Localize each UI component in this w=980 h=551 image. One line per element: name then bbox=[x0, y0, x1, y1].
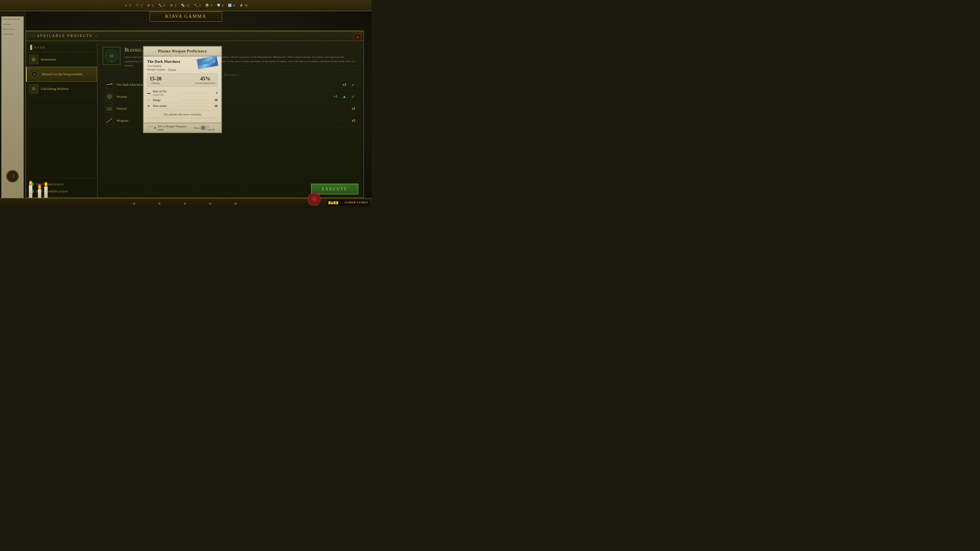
reward-security-arrow: ▲ bbox=[342, 94, 346, 99]
left-decoration: it can's That on the work /// the work T… bbox=[0, 11, 25, 208]
cargo-icon: ⚙ bbox=[154, 126, 156, 130]
press-button-icon: 🎮 bbox=[200, 125, 206, 130]
tooltip-title: Plasma Weapon Proficiency bbox=[147, 49, 218, 53]
reward-row-security: 🛡 Security --- +1 ▲ ✓ bbox=[103, 91, 358, 103]
svg-rect-32 bbox=[335, 201, 336, 204]
damage-label: Damage bbox=[150, 82, 162, 84]
weapons-icon bbox=[106, 117, 113, 124]
tooltip-weapon-tag: Plasma bbox=[168, 68, 177, 71]
sidebar: RANK 🏛 Restoration ☠ Blessed Are the Wea… bbox=[26, 43, 97, 197]
fire-rate-name: Rate of fire (recoil 30) bbox=[153, 89, 180, 96]
close-button[interactable]: ✕ bbox=[354, 33, 361, 41]
range-value: 10 bbox=[210, 98, 218, 102]
candle-2-body bbox=[38, 189, 41, 198]
wax-seal: ☠ bbox=[308, 193, 321, 206]
stat-armor-pen: 45% Armour penetration bbox=[195, 76, 215, 84]
reward-security-dashes: --- bbox=[319, 95, 322, 98]
project-header: ☠ ⚙ Blessed Are the Weaponsmiths Great t… bbox=[97, 43, 363, 70]
stat-row-fire-rate: ▬ Rate of fire (recoil 30) 1 bbox=[147, 89, 218, 97]
ammo-dots bbox=[181, 106, 208, 106]
stat-row-ammo: ⊕ Max ammo 16 bbox=[147, 103, 218, 109]
resource-bar: ⚔ 2 🛡 2 ⚙ 1 🔧 0 ⚙ 2 🔩 13 🔨 2 📦 0 💎 0 🔢 0… bbox=[0, 0, 372, 11]
reward-row-weapons: Weapons --- x3 bbox=[103, 115, 358, 127]
armor-pen-value: 45% bbox=[195, 76, 215, 82]
deco-left: -/// bbox=[31, 34, 35, 38]
number-icon: 🔢 bbox=[228, 3, 232, 8]
wrench-icon: 🔧 bbox=[158, 3, 162, 8]
gear-icon: ⚙ bbox=[146, 3, 151, 8]
execute-button[interactable]: EXECUTE bbox=[311, 184, 358, 194]
fire-rate-sub: (recoil 30) bbox=[153, 94, 180, 96]
bottom-ornament: ◆ · · · ◆ · · · ◆ · · · ◆ · · · ◆ bbox=[133, 201, 239, 206]
project-main-icon: ☠ ⚙ bbox=[103, 47, 121, 65]
tooltip-weapon-info: The Dark Marchesa Two-handed Ranged weap… bbox=[147, 59, 180, 71]
range-icon: ↔ bbox=[147, 98, 151, 102]
tooltip-body: The Dark Marchesa Two-handed Ranged weap… bbox=[144, 56, 221, 123]
fire-rate-dots bbox=[181, 93, 208, 93]
svg-rect-19 bbox=[107, 122, 108, 123]
stat-damage: 15-20 Damage bbox=[150, 76, 162, 84]
holiness-name: Calculating Holiness bbox=[41, 87, 68, 91]
reward-weapons-dashes: --- bbox=[337, 119, 340, 122]
candle-1-body bbox=[29, 185, 32, 198]
sidebar-toggles: Show finished projects Show unavailable … bbox=[26, 178, 97, 197]
restoration-icon: 🏛 bbox=[29, 55, 38, 64]
reward-security-qty: +1 bbox=[327, 95, 337, 99]
swords-icon: ⚔ bbox=[124, 3, 128, 8]
rank-indicator bbox=[30, 45, 32, 50]
resource-gear2: ⚙ 2 bbox=[169, 3, 177, 8]
tooltip-stats: 15-20 Damage 45% Armour penetration bbox=[147, 73, 218, 87]
project-item-restoration[interactable]: 🏛 Restoration bbox=[26, 52, 97, 67]
damage-value: 15-20 bbox=[150, 76, 162, 82]
project-item-holiness[interactable]: ⚙ Calculating Holiness bbox=[26, 82, 97, 96]
resource-number: 🔢 0 bbox=[228, 3, 235, 8]
tooltip-weapon-type: Two-handed bbox=[147, 64, 180, 67]
bottom-bar: ◆ · · · ◆ · · · ◆ · · · ◆ · · · ◆ ☠ bbox=[0, 198, 372, 208]
range-name: Range bbox=[153, 98, 180, 102]
tooltip-panel: Plasma Weapon Proficiency The Dark March… bbox=[143, 46, 222, 133]
press-to-expand: Press 🎮 to expand bbox=[194, 125, 218, 131]
reward-marchesa-check: ✓ bbox=[352, 82, 355, 87]
rank-header: RANK bbox=[26, 43, 97, 52]
footer-left-text: - // --- bbox=[147, 125, 154, 131]
emblem-decoration: ☽ bbox=[6, 170, 19, 183]
stat-row-range: ↔ Range 10 bbox=[147, 97, 218, 103]
location-title: Kiava Gamma bbox=[150, 11, 222, 22]
resource-hammer: 🔨 2 bbox=[193, 3, 201, 8]
title-area: Kiava Gamma bbox=[150, 11, 222, 22]
bolt-icon: 🔩 bbox=[180, 3, 185, 8]
svg-text:🛡: 🛡 bbox=[108, 96, 111, 98]
lightning-icon: ⚡ bbox=[239, 3, 243, 8]
project-item-blessed[interactable]: ☠ Blessed Are the Weaponsmiths bbox=[26, 67, 97, 82]
tooltip-weapon-category: Ranged weapon Plasma bbox=[147, 68, 180, 71]
box-icon: 📦 bbox=[205, 3, 210, 8]
reward-row-plasteel: Plasteel --- x1 bbox=[103, 103, 358, 115]
resource-wrench: 🔧 0 bbox=[158, 3, 165, 8]
svg-text:☠: ☠ bbox=[33, 73, 36, 76]
plasteel-icon bbox=[106, 105, 113, 113]
candle-1-flame bbox=[29, 181, 32, 185]
reward-weapons-qty: x3 bbox=[345, 119, 355, 123]
candle-2-flame bbox=[38, 184, 41, 189]
resource-box: 📦 0 bbox=[205, 3, 212, 8]
resource-bolt: 🔩 13 bbox=[180, 3, 189, 8]
panel-title: Available Projects bbox=[37, 34, 93, 38]
ammo-value: 16 bbox=[210, 104, 218, 108]
cargo-label: 20% of Ranged Weaponry cargo bbox=[158, 125, 194, 131]
armor-pen-label: Armour penetration bbox=[195, 82, 215, 84]
security-icon: 🛡 bbox=[106, 93, 113, 100]
reward-plasteel-dashes: --- bbox=[337, 106, 340, 110]
svg-rect-33 bbox=[336, 201, 338, 204]
resource-gem: 💎 0 bbox=[216, 3, 224, 8]
marchesa-icon bbox=[106, 81, 113, 89]
rank-label: RANK bbox=[34, 46, 46, 49]
panel-header: -/// Available Projects ///- bbox=[26, 32, 363, 41]
hammer-icon: 🔨 bbox=[193, 3, 198, 8]
weapon-image bbox=[197, 56, 218, 69]
reward-security-check: ✓ bbox=[352, 94, 355, 100]
resource-swords: ⚔ 2 bbox=[124, 3, 131, 8]
tooltip-weapon-row: The Dark Marchesa Two-handed Ranged weap… bbox=[147, 59, 218, 71]
tooltip-footer: - // --- ⚙ 20% of Ranged Weaponry cargo … bbox=[144, 123, 221, 132]
reward-marchesa-dashes: --- bbox=[328, 83, 331, 86]
tooltip-header: Plasma Weapon Proficiency bbox=[144, 47, 221, 56]
